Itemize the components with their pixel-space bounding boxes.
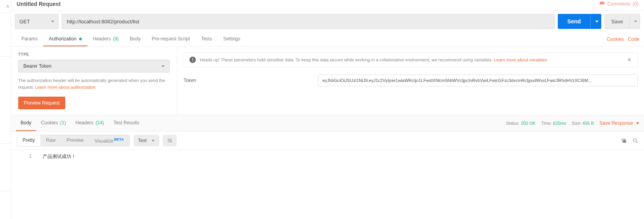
code-link[interactable]: Code: [628, 36, 639, 42]
url-input[interactable]: [62, 14, 555, 29]
status-label: Status:: [506, 121, 519, 126]
preview-request-button[interactable]: Preview Request: [18, 97, 65, 109]
headers-count: (9): [113, 36, 119, 42]
svg-line-3: [636, 141, 638, 143]
view-raw[interactable]: Raw: [40, 135, 61, 146]
comments-count: (0): [633, 1, 638, 7]
resp-tab-label: Headers: [76, 120, 93, 126]
cookies-link[interactable]: Cookies: [607, 36, 624, 42]
token-label: Token: [184, 78, 318, 83]
resp-headers-count: (14): [95, 120, 104, 126]
copy-icon[interactable]: [621, 138, 627, 144]
method-select[interactable]: GET: [15, 14, 59, 29]
tab-headers[interactable]: Headers (9): [87, 32, 124, 46]
status-block: Status: 200 OK: [506, 121, 536, 126]
auth-type-select[interactable]: Bearer Token: [18, 60, 170, 72]
method-value: GET: [19, 19, 30, 25]
line-number: 1: [11, 152, 39, 162]
chevron-down-icon: [152, 140, 155, 142]
resp-tab-label: Cookies: [41, 120, 58, 126]
tab-tests[interactable]: Tests: [195, 32, 218, 46]
chevron-down-icon: [161, 65, 165, 67]
resp-tab-test-results[interactable]: Test Results: [109, 115, 144, 131]
comments-label: Comments: [607, 1, 630, 7]
time-label: Time:: [541, 121, 552, 126]
wrap-icon: [167, 138, 173, 143]
auth-type-value: Bearer Token: [23, 63, 51, 69]
resp-tab-body[interactable]: Body: [16, 115, 36, 131]
auth-type-label: TYPE: [18, 52, 170, 57]
resp-tab-cookies[interactable]: Cookies (1): [36, 115, 70, 131]
info-icon: !: [189, 57, 196, 63]
sidebar-fragment: [0, 144, 11, 163]
visualize-label: Visualize: [95, 138, 114, 144]
tab-label: Authorization: [49, 36, 76, 42]
wrap-lines-button[interactable]: [163, 135, 176, 146]
tab-authorization[interactable]: Authorization: [43, 32, 87, 46]
learn-more-auth-link[interactable]: Learn more about authorization: [35, 85, 96, 90]
tab-label: Headers: [93, 36, 111, 42]
sidebar-fragment: h: [0, 0, 11, 13]
send-button[interactable]: Send: [558, 14, 590, 29]
token-input[interactable]: eyJhbGciOiJSUzI1NiJ9.eyJ1c2VyIjoie1wiaWR…: [318, 74, 638, 86]
chevron-down-icon: [595, 21, 599, 23]
sidebar-fragment: [0, 57, 11, 144]
beta-badge: BETA: [114, 137, 124, 141]
resp-tab-headers[interactable]: Headers (14): [71, 115, 109, 131]
response-body-line: 产品测试成功！: [39, 152, 80, 162]
time-value: 620ms: [553, 121, 566, 126]
tab-params[interactable]: Params: [16, 32, 43, 46]
status-value: 200 OK: [521, 121, 535, 126]
send-dropdown[interactable]: [590, 14, 601, 29]
search-icon[interactable]: [633, 138, 638, 144]
svg-point-2: [634, 139, 637, 142]
save-dropdown[interactable]: [630, 14, 640, 29]
format-value: Text: [138, 138, 147, 143]
size-value: 456 B: [583, 121, 594, 126]
tab-body[interactable]: Body: [124, 32, 146, 46]
time-block: Time: 620ms: [541, 121, 566, 126]
request-title: Untitled Request: [17, 1, 61, 7]
svg-rect-0: [623, 140, 626, 143]
size-block: Size: 456 B: [572, 121, 594, 126]
learn-more-variables-link[interactable]: Learn more about variables: [494, 57, 547, 62]
alert-text: Heads up! These parameters hold sensitiv…: [200, 57, 623, 62]
auth-description: The authorization header will be automat…: [18, 77, 170, 90]
tab-settings[interactable]: Settings: [218, 32, 246, 46]
comment-icon: [599, 1, 605, 7]
comments-button[interactable]: Comments (0): [599, 1, 638, 7]
close-icon[interactable]: ✕: [627, 57, 632, 63]
chevron-down-icon: [51, 21, 54, 23]
active-dot-icon: [79, 38, 82, 40]
view-pretty[interactable]: Pretty: [17, 135, 40, 146]
format-select[interactable]: Text: [134, 135, 159, 146]
tab-prerequest[interactable]: Pre-request Script: [146, 32, 195, 46]
save-response-label: Save Response: [599, 120, 633, 126]
sidebar-fragment: [0, 13, 11, 57]
view-preview[interactable]: Preview: [61, 135, 89, 146]
chevron-down-icon: [636, 122, 639, 124]
alert-message: Heads up! These parameters hold sensitiv…: [200, 57, 494, 62]
cookies-count: (1): [60, 120, 66, 126]
save-button[interactable]: Save: [604, 14, 630, 29]
save-response-button[interactable]: Save Response: [599, 120, 639, 126]
size-label: Size:: [572, 121, 581, 126]
view-visualize[interactable]: VisualizeBETA: [89, 135, 129, 146]
chevron-down-icon: [634, 21, 637, 23]
